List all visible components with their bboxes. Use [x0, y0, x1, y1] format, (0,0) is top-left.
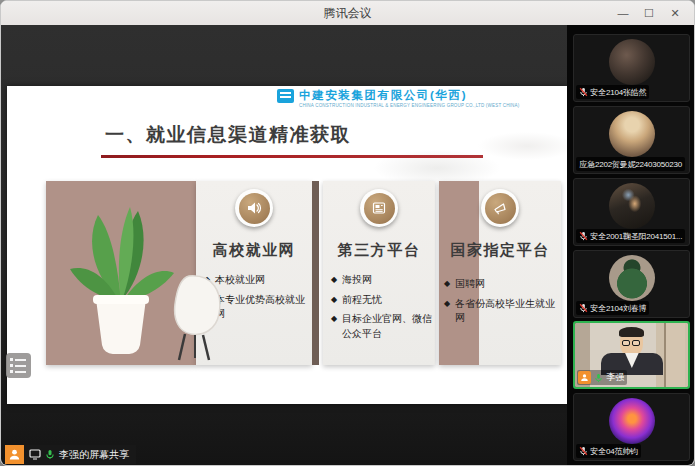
- card-heading: 高校就业网: [196, 241, 312, 260]
- speaker-icon: [235, 189, 273, 227]
- screen-share-stage: 中建安装集团有限公司(华西) CHINA CONSTRUCTION INDUST…: [1, 25, 567, 465]
- participant-tile[interactable]: 安全2104刘春博: [573, 250, 690, 318]
- host-icon: [5, 445, 24, 464]
- company-logo-icon: [277, 89, 294, 103]
- bullet-item: ◆ 目标企业官网、微信公众平台: [331, 312, 432, 341]
- participant-tile[interactable]: 安全04范帅钧: [573, 393, 690, 461]
- share-status-label: 李强的屏幕共享: [59, 448, 129, 462]
- muted-mic-icon: [579, 303, 588, 313]
- participant-nametag: 李强: [577, 370, 627, 385]
- participant-tile-active-speaker[interactable]: 李强: [573, 321, 690, 389]
- panel-accent-strip: [439, 181, 479, 365]
- presentation-slide: 中建安装集团有限公司(华西) CHINA CONSTRUCTION INDUST…: [7, 86, 567, 404]
- participant-tile[interactable]: 安全2104张皓然: [573, 34, 690, 102]
- title-underline: [101, 155, 483, 158]
- card-heading: 国家指定平台: [439, 241, 561, 260]
- door-background: [664, 323, 685, 387]
- panel-divider: [312, 181, 319, 365]
- card-bullets: ◆ 海投网 ◆ 前程无忧 ◆ 目标企业官网、微信公众平台: [331, 273, 432, 346]
- speaker-video-person: [597, 329, 667, 375]
- document-icon: [360, 189, 398, 227]
- annotation-list-button[interactable]: [6, 353, 31, 378]
- bullet-item: ◆ 各省份高校毕业生就业网: [444, 297, 558, 326]
- avatar: [609, 111, 655, 157]
- bullet-item: ◆ 海投网: [331, 273, 432, 288]
- card-bullets: ◆ 国聘网 ◆ 各省份高校毕业生就业网: [444, 277, 558, 331]
- company-name-cn: 中建安装集团有限公司(华西): [299, 89, 519, 102]
- screen-share-icon: [29, 449, 41, 460]
- participant-nametag: 安全2104刘春博: [576, 301, 649, 315]
- participant-nametag: 安全2104张皓然: [576, 85, 649, 99]
- list-icon: [10, 358, 31, 361]
- active-mic-icon: [45, 449, 55, 460]
- window-controls: — ☐ ✕: [610, 1, 688, 25]
- muted-mic-icon: [579, 87, 588, 97]
- channel-card-national: 国家指定平台 ◆ 国聘网 ◆ 各省份高校毕业生就业网: [439, 181, 561, 365]
- minimize-button[interactable]: —: [610, 1, 636, 25]
- chair-illustration: [169, 274, 225, 362]
- participant-tile[interactable]: 安全2001鞠圣阳2041501...: [573, 178, 690, 246]
- card-heading: 第三方平台: [323, 241, 435, 260]
- avatar: [609, 39, 655, 85]
- company-logo: 中建安装集团有限公司(华西) CHINA CONSTRUCTION INDUST…: [277, 89, 519, 108]
- muted-mic-icon: [579, 446, 588, 456]
- company-name-en: CHINA CONSTRUCTION INDUSTRIAL & ENERGY E…: [299, 103, 519, 108]
- active-mic-icon: [594, 373, 603, 383]
- participants-sidebar: 安全2104张皓然 应急2202贺曼妮22403050230: [567, 25, 694, 465]
- bullet-item: ◆ 国聘网: [444, 277, 558, 292]
- megaphone-icon: [481, 189, 519, 227]
- participant-nametag: 安全2001鞠圣阳2041501...: [576, 229, 685, 243]
- host-icon: [578, 371, 591, 384]
- bullet-item: ◆ 前程无忧: [331, 293, 432, 308]
- tencent-meeting-window: 腾讯会议 — ☐ ✕ 中建安装集团有限公司(华西) CHINA CONSTRUC…: [0, 0, 695, 466]
- slide-title: 一、就业信息渠道精准获取: [105, 122, 351, 148]
- avatar: [609, 255, 655, 301]
- avatar: [609, 398, 655, 444]
- participant-nametag: 安全04范帅钧: [576, 444, 641, 458]
- share-status-bar[interactable]: 李强的屏幕共享: [5, 445, 136, 464]
- maximize-button[interactable]: ☐: [636, 1, 662, 25]
- meeting-body: 中建安装集团有限公司(华西) CHINA CONSTRUCTION INDUST…: [1, 25, 694, 465]
- share-status-chip: 李强的屏幕共享: [24, 445, 136, 464]
- window-titlebar: 腾讯会议 — ☐ ✕: [1, 1, 694, 25]
- avatar: [609, 183, 655, 229]
- participant-tile[interactable]: 应急2202贺曼妮22403050230: [573, 106, 690, 174]
- close-button[interactable]: ✕: [662, 1, 688, 25]
- window-title: 腾讯会议: [324, 5, 372, 22]
- channel-card-thirdparty: 第三方平台 ◆ 海投网 ◆ 前程无忧 ◆ 目标企业官网、微信公众平台: [323, 181, 435, 365]
- muted-mic-icon: [579, 231, 588, 241]
- participant-nametag: 应急2202贺曼妮22403050230: [576, 157, 685, 171]
